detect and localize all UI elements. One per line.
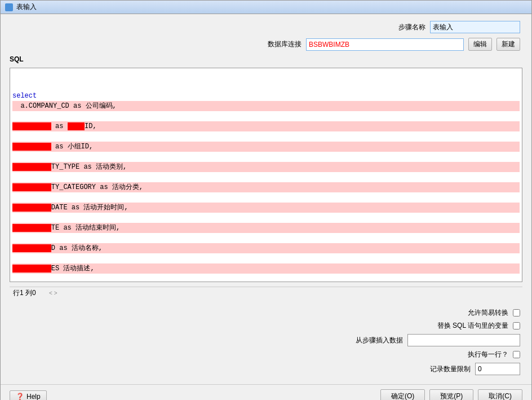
footer-buttons: 确定(O) 预览(P) 取消(C) [380,389,522,400]
record-limit-input[interactable] [475,363,520,375]
db-label: 数据库连接 [268,39,302,49]
insert-from-step-input[interactable] [407,334,520,346]
preview-button[interactable]: 预览(P) [429,389,473,400]
sql-label: SQL [10,55,24,63]
execute-each-row-checkbox[interactable] [513,351,520,358]
sql-editor[interactable]: select a.COMPANY_CD as 公司编码, ████ as ██I… [10,68,522,282]
window-icon [5,3,13,11]
sql-content: select a.COMPANY_CD as 公司编码, ████ as ██I… [12,91,520,282]
allow-simple-conversion-row: 允许简易转换 [10,308,522,318]
help-icon: ❓ [16,393,24,401]
allow-simple-conversion-label: 允许简易转换 [468,308,508,318]
options-section: 允许简易转换 替换 SQL 语句里的变量 从步骤插入数据 执行每一行？ 记录数量… [10,304,522,377]
main-content: 步骤名称 数据库连接 编辑 新建 SQL select a.COMPANY_CD… [1,14,531,384]
ok-button[interactable]: 确定(O) [380,389,425,400]
db-connection-row: 数据库连接 编辑 新建 [10,38,522,51]
step-name-label: 步骤名称 [398,23,425,32]
db-edit-button[interactable]: 编辑 [468,38,492,51]
status-text: 行1 列0 [13,289,36,297]
record-limit-label: 记录数量限制 [430,364,471,374]
title-bar: 表输入 [1,1,531,14]
help-label: Help [26,393,41,401]
replace-sql-variables-label: 替换 SQL 语句里的变量 [437,321,508,331]
execute-each-row-label: 执行每一行？ [468,350,508,359]
replace-sql-variables-checkbox[interactable] [513,322,520,329]
allow-simple-conversion-checkbox[interactable] [513,309,520,317]
footer: ❓ Help 确定(O) 预览(P) 取消(C) [1,384,531,400]
status-bar: 行1 列0 < > [10,287,522,299]
insert-from-step-row: 从步骤插入数据 [10,334,522,346]
window-title: 表输入 [16,2,37,12]
replace-sql-variables-row: 替换 SQL 语句里的变量 [10,321,522,331]
help-button[interactable]: ❓ Help [10,390,47,401]
db-input[interactable] [306,38,464,51]
main-window: 表输入 步骤名称 数据库连接 编辑 新建 SQL select a.COMPAN… [0,0,532,400]
record-limit-row: 记录数量限制 [10,363,522,375]
step-name-row: 步骤名称 [10,21,522,33]
cancel-button[interactable]: 取消(C) [478,389,522,400]
insert-from-step-label: 从步骤插入数据 [356,336,403,345]
db-new-button[interactable]: 新建 [496,38,520,51]
sql-label-row: SQL [10,55,522,63]
step-name-input[interactable] [430,21,520,33]
execute-each-row-row: 执行每一行？ [10,350,522,359]
